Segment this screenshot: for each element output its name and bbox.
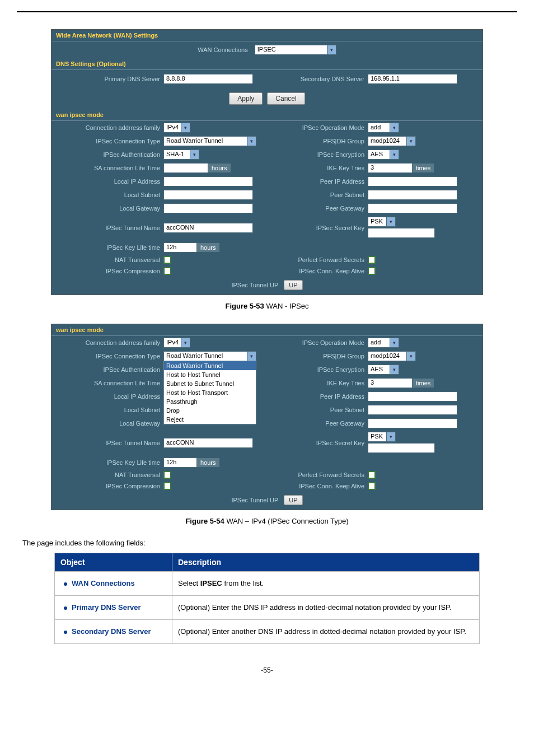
conn-family-select[interactable]: IPv4 — [163, 338, 181, 348]
fields-table: Object Description WAN Connections Selec… — [54, 553, 480, 644]
wan-connections-select[interactable]: IPSEC — [255, 45, 327, 55]
auth-label: IPSec Authentication — [51, 366, 163, 373]
local-gw-input[interactable] — [163, 203, 253, 213]
pfs-group-select[interactable]: modp1024 — [368, 136, 407, 146]
object-name: WAN Connections — [72, 579, 135, 587]
auth-select[interactable]: SHA-1 — [163, 150, 190, 160]
conn-family-select[interactable]: IPv4 — [163, 123, 181, 133]
ike-tries-input[interactable]: 3 — [368, 163, 413, 173]
tunnel-name-input[interactable]: accCONN — [163, 223, 253, 233]
conn-type-dropdown[interactable]: Road Warrior Tunnel Host to Host Tunnel … — [163, 361, 256, 424]
chevron-down-icon[interactable]: ▾ — [327, 45, 336, 55]
figure-5-53: Wide Area Network (WAN) Settings WAN Con… — [51, 29, 483, 295]
peer-ip-label: Peer IP Address — [267, 178, 368, 185]
conn-type-label: IPSec Connection Type — [51, 353, 163, 360]
op-mode-select[interactable]: add — [368, 338, 390, 348]
key-life-input[interactable]: 12h — [163, 242, 197, 253]
peer-gw-label: Peer Gateway — [267, 205, 368, 212]
pfs-secrets-checkbox[interactable] — [368, 256, 376, 264]
chevron-down-icon[interactable]: ▾ — [390, 150, 399, 160]
peer-gw-input[interactable] — [368, 418, 457, 428]
chevron-down-icon[interactable]: ▾ — [390, 338, 399, 348]
chevron-down-icon[interactable]: ▾ — [390, 365, 399, 375]
local-subnet-label: Local Subnet — [51, 192, 163, 198]
bullet-icon — [64, 606, 67, 610]
times-unit: times — [413, 379, 434, 388]
chevron-down-icon[interactable]: ▾ — [190, 150, 199, 160]
primary-dns-input[interactable]: 8.8.8.8 — [163, 74, 253, 84]
chevron-down-icon[interactable]: ▾ — [181, 123, 190, 133]
apply-button[interactable]: Apply — [229, 92, 263, 105]
dropdown-option[interactable]: Host to Host Transport — [164, 388, 256, 397]
up-button[interactable]: UP — [284, 280, 302, 290]
compression-label: IPSec Compression — [51, 483, 163, 489]
tunnel-name-input[interactable]: accCONN — [163, 438, 253, 448]
table-row: WAN Connections Select IPSEC from the li… — [55, 572, 480, 596]
conn-type-select[interactable]: Road Warrior Tunnel — [163, 351, 247, 361]
dropdown-option[interactable]: Reject — [164, 415, 256, 424]
cancel-button[interactable]: Cancel — [267, 92, 305, 105]
compression-checkbox[interactable] — [163, 267, 171, 275]
conn-type-select[interactable]: Road Warrior Tunnel — [163, 136, 247, 146]
dns-settings-header: DNS Settings (Optional) — [51, 58, 483, 70]
nat-checkbox[interactable] — [163, 471, 171, 479]
tunnel-name-label: IPSec Tunnel Name — [51, 225, 163, 231]
nat-checkbox[interactable] — [163, 256, 171, 264]
chevron-down-icon[interactable]: ▾ — [247, 351, 256, 361]
peer-ip-label: Peer IP Address — [267, 393, 368, 400]
peer-subnet-input[interactable] — [368, 405, 457, 415]
pfs-secrets-checkbox[interactable] — [368, 471, 376, 479]
chevron-down-icon[interactable]: ▾ — [407, 351, 416, 361]
secret-key-type-select[interactable]: PSK — [368, 432, 387, 442]
keepalive-checkbox[interactable] — [368, 267, 376, 275]
secret-key-input[interactable] — [368, 228, 435, 238]
key-life-input[interactable]: 12h — [163, 458, 197, 468]
pfs-group-label: PFS|DH Group — [267, 138, 368, 144]
local-subnet-input[interactable] — [163, 190, 253, 200]
auth-label: IPSec Authentication — [51, 151, 163, 158]
enc-select[interactable]: AES — [368, 365, 390, 375]
secret-key-type-select[interactable]: PSK — [368, 217, 387, 227]
peer-ip-input[interactable] — [368, 176, 457, 186]
peer-gw-input[interactable] — [368, 203, 457, 213]
chevron-down-icon[interactable]: ▾ — [390, 123, 399, 133]
chevron-down-icon[interactable]: ▾ — [247, 136, 256, 146]
object-name: Primary DNS Server — [72, 603, 141, 612]
secondary-dns-input[interactable]: 168.95.1.1 — [368, 74, 457, 84]
sa-life-label: SA connection Life Time — [51, 165, 163, 171]
nat-label: NAT Transversal — [51, 256, 163, 263]
op-mode-label: IPSec Operation Mode — [267, 339, 368, 346]
chevron-down-icon[interactable]: ▾ — [407, 136, 416, 146]
chevron-down-icon[interactable]: ▾ — [181, 338, 190, 348]
secondary-dns-label: Secondary DNS Server — [267, 76, 368, 82]
peer-subnet-input[interactable] — [368, 190, 457, 200]
dropdown-option[interactable]: Subnet to Subnet Tunnel — [164, 379, 256, 388]
compression-checkbox[interactable] — [163, 482, 171, 490]
up-button[interactable]: UP — [284, 495, 302, 505]
conn-family-label: Connection addrress family — [51, 124, 163, 131]
chevron-down-icon[interactable]: ▾ — [387, 432, 396, 442]
key-life-label: IPSec Key Life time — [51, 244, 163, 251]
sa-life-input[interactable] — [163, 163, 208, 173]
enc-select[interactable]: AES — [368, 150, 390, 160]
dropdown-option[interactable]: Host to Host Tunnel — [164, 370, 256, 379]
pfs-secrets-label: Perfect Forward Secrets — [267, 256, 368, 263]
keepalive-checkbox[interactable] — [368, 482, 376, 490]
secret-key-input[interactable] — [368, 443, 435, 453]
ike-tries-input[interactable]: 3 — [368, 378, 413, 388]
op-mode-select[interactable]: add — [368, 123, 390, 133]
wan-ipsec-mode-header: wan ipsec mode — [51, 109, 483, 121]
dropdown-option[interactable]: Road Warrior Tunnel — [164, 361, 256, 370]
key-life-label: IPSec Key Life time — [51, 459, 163, 466]
peer-ip-input[interactable] — [368, 391, 457, 402]
local-ip-input[interactable] — [163, 176, 253, 186]
intro-text: The page includes the following fields: — [22, 539, 517, 547]
local-ip-label: Local IP Address — [51, 178, 163, 185]
wan-settings-header: Wide Area Network (WAN) Settings — [51, 30, 483, 41]
peer-subnet-label: Peer Subnet — [267, 192, 368, 198]
dropdown-option[interactable]: Passthrugh — [164, 397, 256, 406]
pfs-group-label: PFS|DH Group — [267, 353, 368, 360]
pfs-group-select[interactable]: modp1024 — [368, 351, 407, 361]
chevron-down-icon[interactable]: ▾ — [387, 217, 396, 227]
dropdown-option[interactable]: Drop — [164, 406, 256, 415]
